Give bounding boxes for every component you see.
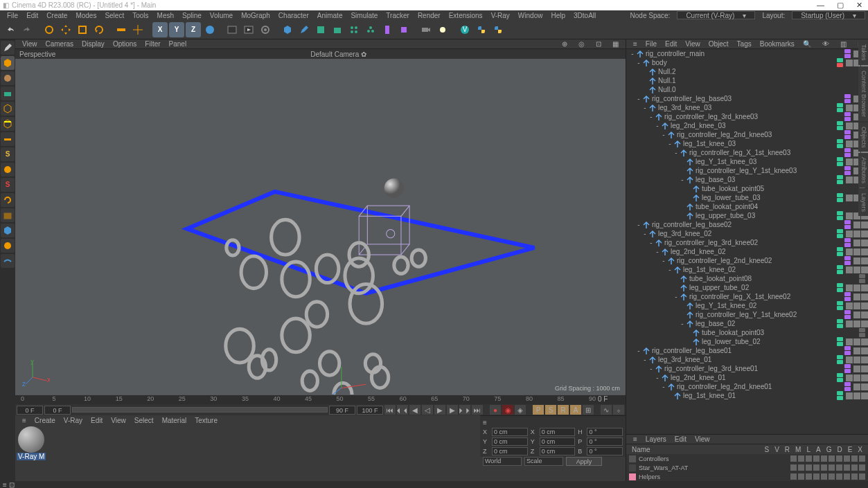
- tag-icon[interactable]: [861, 284, 868, 291]
- expand-toggle[interactable]: [641, 68, 648, 75]
- visibility-toggles[interactable]: [837, 175, 843, 184]
- lay-menu-view[interactable]: View: [691, 435, 714, 443]
- object-row[interactable]: - leg_1st_knee_03: [626, 139, 868, 148]
- layer-color-swatch[interactable]: [629, 473, 636, 480]
- menu-simulate[interactable]: Simulate: [346, 12, 382, 19]
- tag-icon[interactable]: [861, 338, 868, 345]
- layer-flag[interactable]: [844, 473, 850, 480]
- timeline-slider[interactable]: [72, 407, 328, 413]
- visibility-toggles[interactable]: [837, 265, 843, 274]
- vtab-layers[interactable]: Layers: [858, 189, 868, 216]
- coord-system-button[interactable]: [202, 22, 218, 37]
- mat-menu-edit[interactable]: Edit: [87, 417, 107, 424]
- key-rot-button[interactable]: R: [558, 405, 569, 415]
- timeline-ruler[interactable]: 0510152025303540455055606570758085900 F: [15, 395, 626, 404]
- last-tool[interactable]: [114, 22, 129, 37]
- layer-row[interactable]: Controllers: [626, 454, 868, 463]
- object-name-label[interactable]: rig_controller_leg_base02: [652, 221, 844, 228]
- tag-icon[interactable]: [846, 159, 853, 165]
- key-pos-button[interactable]: P: [533, 405, 544, 415]
- cloner-button[interactable]: [363, 22, 378, 37]
- object-row[interactable]: - rig_controller_leg_base01: [626, 346, 868, 355]
- expand-toggle[interactable]: -: [660, 257, 667, 264]
- object-name-label[interactable]: tube_lookat_point03: [702, 329, 859, 336]
- tag-icon[interactable]: [846, 195, 853, 201]
- layer-flag[interactable]: [851, 464, 858, 471]
- object-manager-tree[interactable]: - rig_controller_main - body Null.2 Null…: [626, 49, 868, 434]
- layer-color-swatch[interactable]: [629, 455, 636, 462]
- om-menu-tags[interactable]: Tags: [733, 40, 756, 48]
- layer-flag[interactable]: [790, 455, 797, 462]
- menu-help[interactable]: Help: [547, 12, 569, 19]
- coord-apply-button[interactable]: Apply: [566, 457, 602, 466]
- lay-menu-layers[interactable]: Layers: [641, 435, 671, 443]
- key-interp-button[interactable]: ∿: [601, 405, 612, 415]
- object-row[interactable]: leg_Y_1st_knee_02: [626, 301, 868, 310]
- visibility-toggles[interactable]: [837, 247, 843, 256]
- visibility-toggles[interactable]: [844, 112, 851, 121]
- vp-nav-4-icon[interactable]: ▦: [608, 40, 623, 48]
- expand-toggle[interactable]: -: [629, 50, 636, 57]
- object-row[interactable]: tube_lookat_point03: [626, 328, 868, 337]
- pos-x-field[interactable]: 0 cm: [492, 428, 528, 436]
- expand-toggle[interactable]: [679, 302, 686, 309]
- visibility-toggles[interactable]: [837, 373, 843, 382]
- fwd-frame-button[interactable]: ▶: [447, 405, 458, 415]
- expand-toggle[interactable]: -: [654, 248, 661, 255]
- object-row[interactable]: - rig_controller_leg_3rd_knee01: [626, 364, 868, 373]
- object-name-label[interactable]: rig_controller_leg_2nd_knee02: [677, 257, 844, 264]
- tag-icon[interactable]: [853, 231, 860, 237]
- visibility-toggles[interactable]: [844, 166, 851, 175]
- field-button[interactable]: [396, 22, 411, 37]
- objmgr-search-icon[interactable]: 🔍: [799, 40, 815, 48]
- key-pla-button[interactable]: ⊞: [583, 405, 594, 415]
- object-name-label[interactable]: leg_2nd_knee_03: [671, 122, 837, 129]
- vp-menu-display[interactable]: Display: [78, 40, 109, 48]
- tag-icon[interactable]: [853, 347, 860, 354]
- expand-toggle[interactable]: -: [679, 320, 686, 327]
- locked-workplane-button[interactable]: [1, 239, 15, 253]
- workplane-button[interactable]: [1, 87, 15, 100]
- expand-toggle[interactable]: -: [654, 122, 661, 129]
- snap-3-button[interactable]: S: [1, 178, 15, 192]
- tag-icon[interactable]: [861, 293, 868, 300]
- vp-menu-options[interactable]: Options: [109, 40, 141, 48]
- expand-toggle[interactable]: -: [666, 266, 673, 273]
- menu-edit[interactable]: Edit: [22, 12, 42, 19]
- make-editable-button[interactable]: [1, 41, 15, 55]
- om-menu-edit[interactable]: Edit: [661, 40, 681, 48]
- object-name-label[interactable]: leg_lower_tube_02: [702, 338, 837, 345]
- expand-toggle[interactable]: -: [641, 104, 648, 111]
- expand-toggle[interactable]: -: [635, 347, 642, 354]
- layer-flag[interactable]: [836, 473, 842, 480]
- camera-button[interactable]: [418, 22, 434, 37]
- layer-flag[interactable]: [821, 455, 827, 462]
- nodespace-dropdown[interactable]: Current (V-Ray)▾: [677, 11, 755, 19]
- layer-flag[interactable]: [821, 473, 827, 480]
- expand-toggle[interactable]: [641, 86, 648, 93]
- coord-menu-icon[interactable]: ≡: [483, 419, 487, 426]
- visibility-toggles[interactable]: [844, 130, 851, 139]
- layer-flag[interactable]: [829, 455, 835, 462]
- object-row[interactable]: - leg_2nd_knee_01: [626, 373, 868, 382]
- layer-flag[interactable]: [851, 473, 858, 480]
- object-name-label[interactable]: leg_upper_tube_03: [696, 212, 837, 219]
- tag-icon[interactable]: [846, 177, 853, 183]
- vp-menu-filter[interactable]: Filter: [141, 40, 164, 48]
- visibility-toggles[interactable]: [837, 58, 843, 67]
- object-name-label[interactable]: rig_controller_leg_base03: [652, 95, 844, 102]
- object-name-label[interactable]: rig_controller_leg_2nd_knee01: [677, 383, 844, 390]
- object-name-label[interactable]: rig_controller_leg_X_1st_knee02: [689, 293, 844, 300]
- expand-toggle[interactable]: [685, 329, 692, 336]
- object-name-label[interactable]: rig_controller_leg_Y_1st_knee02: [696, 311, 844, 318]
- tag-icon[interactable]: [846, 392, 853, 399]
- objmgr-eye-icon[interactable]: 👁: [818, 40, 833, 48]
- rot-p-field[interactable]: 0 °: [587, 437, 623, 446]
- tag-icon[interactable]: [861, 374, 868, 381]
- expand-toggle[interactable]: [685, 185, 692, 192]
- tag-icon[interactable]: [861, 365, 868, 372]
- object-row[interactable]: Null.1: [626, 76, 868, 85]
- tag-icon[interactable]: [861, 356, 868, 363]
- mat-menu-create[interactable]: Create: [30, 417, 60, 424]
- object-name-label[interactable]: leg_Y_1st_knee_02: [696, 302, 837, 309]
